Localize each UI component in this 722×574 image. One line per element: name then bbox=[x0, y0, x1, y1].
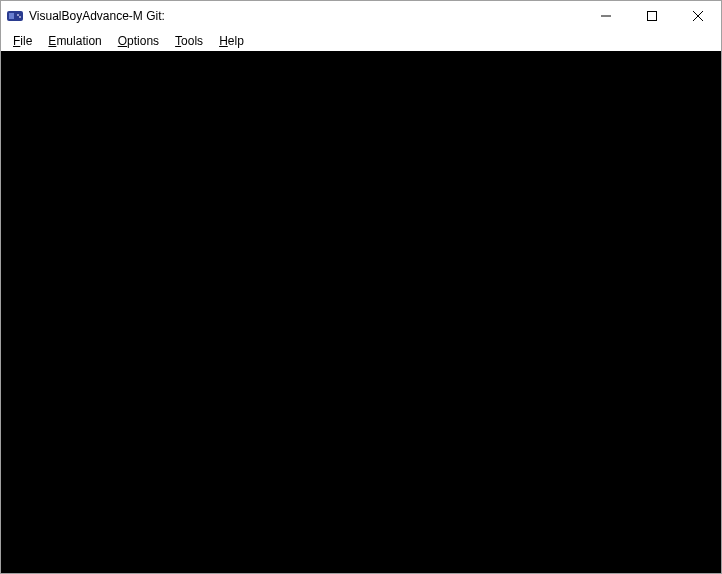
minimize-icon bbox=[601, 11, 611, 21]
maximize-button[interactable] bbox=[629, 1, 675, 31]
menu-options[interactable]: Options bbox=[110, 32, 167, 50]
close-button[interactable] bbox=[675, 1, 721, 31]
minimize-button[interactable] bbox=[583, 1, 629, 31]
titlebar: VisualBoyAdvance-M Git: bbox=[1, 1, 721, 31]
window-controls bbox=[583, 1, 721, 31]
menu-file[interactable]: File bbox=[5, 32, 40, 50]
maximize-icon bbox=[647, 11, 657, 21]
menu-tools[interactable]: Tools bbox=[167, 32, 211, 50]
menu-help[interactable]: Help bbox=[211, 32, 252, 50]
emulator-display bbox=[1, 51, 721, 573]
svg-point-3 bbox=[19, 16, 21, 18]
svg-rect-5 bbox=[648, 12, 657, 21]
window-title: VisualBoyAdvance-M Git: bbox=[29, 9, 583, 23]
menubar: File Emulation Options Tools Help bbox=[1, 31, 721, 51]
close-icon bbox=[693, 11, 703, 21]
app-icon bbox=[7, 8, 23, 24]
menu-emulation[interactable]: Emulation bbox=[40, 32, 109, 50]
svg-rect-1 bbox=[9, 13, 14, 19]
svg-point-2 bbox=[17, 14, 19, 16]
app-window: VisualBoyAdvance-M Git: File Emulat bbox=[0, 0, 722, 574]
